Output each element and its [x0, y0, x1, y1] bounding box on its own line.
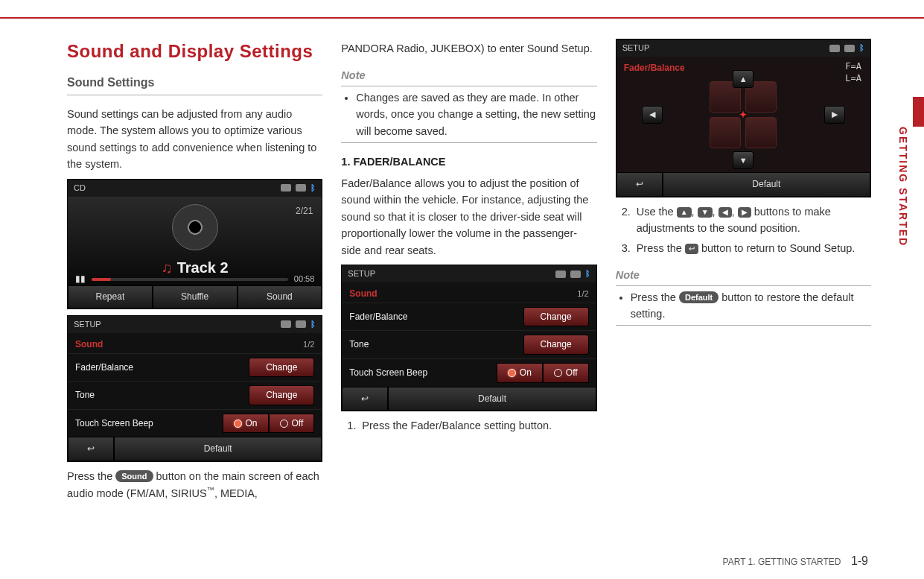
fader-balance-label: Fader/Balance: [75, 361, 133, 375]
default-button[interactable]: Default: [388, 387, 596, 411]
radio-off-icon: [280, 420, 288, 428]
repeat-button[interactable]: Repeat: [68, 285, 153, 309]
note-end-rule: [616, 325, 871, 326]
text-part: Press the: [67, 470, 115, 482]
step-text: Use the ▲, ▼, ◀, ▶ buttons to make adjus…: [637, 203, 871, 237]
setup-title: SETUP: [348, 268, 375, 280]
intro-text: Sound settings can be adjusted from any …: [67, 106, 322, 173]
note-heading: Note: [616, 267, 871, 285]
down-arrow-icon: ▼: [698, 207, 713, 218]
radio-on-icon: [508, 369, 516, 377]
back-arrow-icon: ↩: [685, 244, 698, 254]
battery-icon: [296, 320, 306, 328]
text-part: Use the: [637, 206, 677, 218]
fader-section-label: Fader/Balance: [624, 61, 685, 75]
tone-change-button[interactable]: Change: [523, 335, 589, 355]
tone-label: Tone: [75, 388, 95, 402]
note-item: Press the Default button to restore the …: [631, 289, 871, 323]
setup-page: 1/2: [303, 338, 314, 351]
beep-off-button[interactable]: Off: [269, 414, 315, 434]
side-tab: [913, 97, 924, 127]
dpad-left-button[interactable]: ◀: [642, 106, 663, 124]
elapsed-time: 00:58: [294, 273, 315, 285]
fader-body-text: Fader/Balance allows you to adjust the p…: [341, 175, 596, 259]
text-part: button to return to Sound Setup.: [698, 242, 855, 254]
left-arrow-icon: ◀: [719, 207, 732, 218]
fa-value: F=A: [845, 61, 861, 73]
radio-on-icon: [234, 420, 242, 428]
sound-setup-screen-2: SETUP ᛒ Sound 1/2 Fader/Balance Change T…: [341, 265, 596, 411]
dpad-down-button[interactable]: ▼: [733, 151, 753, 169]
progress-bar[interactable]: [92, 278, 288, 281]
note-heading: Note: [341, 67, 596, 86]
step-text: Press the ↩ button to return to Sound Se…: [637, 240, 856, 256]
dpad-up-button[interactable]: ▲: [733, 70, 753, 88]
page-number: 1-9: [851, 554, 868, 567]
battery-icon: [844, 45, 855, 52]
track-count: 2/21: [296, 204, 313, 218]
press-sound-text: Press the Sound button on the main scree…: [67, 468, 322, 502]
seat-rr: [745, 117, 777, 148]
page-title: Sound and Display Settings: [67, 37, 322, 65]
pause-icon[interactable]: ▮▮: [75, 272, 86, 286]
back-button[interactable]: ↩: [616, 172, 663, 197]
beep-label: Touch Screen Beep: [75, 417, 153, 431]
la-value: L=A: [845, 73, 861, 85]
default-button[interactable]: Default: [663, 172, 870, 197]
section-heading: Sound Settings: [67, 74, 322, 95]
sound-button[interactable]: Sound: [238, 285, 322, 309]
step-1: 1. Press the Fader/Balance setting butto…: [347, 417, 596, 434]
setup-section: Sound: [349, 287, 377, 301]
default-chip: Default: [679, 291, 719, 303]
step-number: 2.: [622, 203, 632, 237]
back-button[interactable]: ↩: [68, 437, 114, 461]
dpad-right-button[interactable]: ▶: [824, 106, 845, 124]
setup-section: Sound: [75, 338, 103, 352]
shuffle-button[interactable]: Shuffle: [153, 285, 238, 309]
column-1: Sound and Display Settings Sound Setting…: [67, 37, 322, 544]
sound-chip: Sound: [115, 470, 153, 482]
page-footer: PART 1. GETTING STARTED 1-9: [723, 554, 868, 568]
page-content: Sound and Display Settings Sound Setting…: [67, 37, 871, 544]
column-2: PANDORA Radio, JUKEBOX) to enter Sound S…: [341, 37, 596, 544]
bluetooth-icon: ᛒ: [310, 182, 316, 194]
right-arrow-icon: ▶: [738, 207, 751, 218]
on-label: On: [520, 366, 532, 380]
setup-title: SETUP: [74, 318, 101, 331]
side-label: GETTING STARTED: [897, 127, 909, 247]
radio-off-icon: [554, 369, 562, 377]
cd-player-screen: CD ᛒ 2/21 ♫Track 2 ▮▮ 00:58: [67, 179, 322, 309]
bluetooth-icon: ᛒ: [310, 318, 316, 331]
setup-titlebar: SETUP ᛒ: [68, 316, 322, 333]
setup-titlebar: SETUP ᛒ: [342, 265, 596, 282]
step-text: Press the Fader/Balance setting button.: [362, 417, 552, 434]
back-button[interactable]: ↩: [342, 387, 388, 411]
text-part: Press the: [637, 242, 685, 254]
signal-icon: [281, 320, 291, 328]
beep-on-button[interactable]: On: [223, 414, 269, 434]
step-2: 2. Use the ▲, ▼, ◀, ▶ buttons to make ad…: [622, 203, 871, 237]
signal-icon: [281, 184, 291, 192]
signal-icon: [555, 270, 566, 278]
cd-titlebar: CD ᛒ: [68, 180, 322, 197]
fader-change-button[interactable]: Change: [523, 307, 589, 327]
cd-mode-label: CD: [74, 182, 86, 194]
tm-symbol: ™: [207, 486, 214, 494]
text-part: Press the: [631, 291, 679, 303]
note-end-rule: [341, 142, 596, 143]
col2-continue: PANDORA Radio, JUKEBOX) to enter Sound S…: [341, 40, 596, 57]
fader-balance-label: Fader/Balance: [349, 310, 407, 324]
tone-label: Tone: [349, 338, 369, 352]
beep-label: Touch Screen Beep: [349, 366, 427, 380]
fader-values: F=A L=A: [845, 61, 861, 84]
fader-change-button[interactable]: Change: [249, 358, 314, 378]
beep-on-button[interactable]: On: [497, 363, 543, 383]
on-label: On: [246, 417, 258, 431]
step-number: 3.: [622, 240, 632, 256]
beep-off-button[interactable]: Off: [543, 363, 589, 383]
step-3: 3. Press the ↩ button to return to Sound…: [622, 240, 871, 256]
up-arrow-icon: ▲: [677, 207, 692, 218]
tone-change-button[interactable]: Change: [249, 385, 314, 405]
default-button[interactable]: Default: [114, 437, 322, 461]
battery-icon: [570, 270, 581, 278]
